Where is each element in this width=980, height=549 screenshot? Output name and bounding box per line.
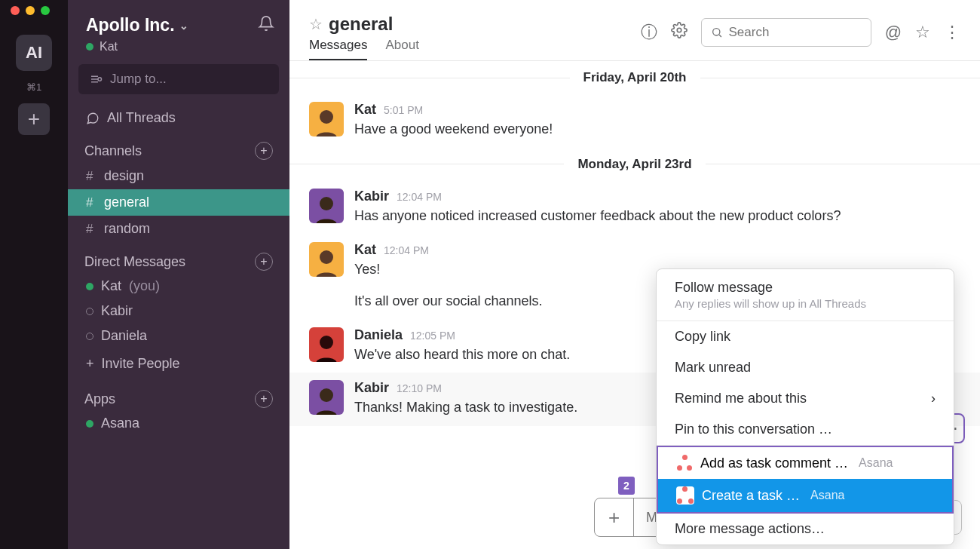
message-time: 5:01 PM xyxy=(384,104,423,116)
hash-icon: # xyxy=(86,169,96,184)
date-divider: Friday, April 20th xyxy=(289,70,980,85)
presence-online-icon xyxy=(86,420,93,428)
svg-point-9 xyxy=(320,250,333,264)
current-user-name: Kat xyxy=(100,40,118,54)
hash-icon: # xyxy=(86,195,96,210)
tab-about[interactable]: About xyxy=(385,38,418,60)
add-channel-button[interactable]: + xyxy=(255,142,273,160)
window-controls xyxy=(0,6,50,15)
menu-remind-me[interactable]: Remind me about this› xyxy=(657,383,954,414)
channel-general[interactable]: #general xyxy=(68,189,289,216)
sidebar: Apollo Inc. ⌄ Kat Jump to... All Threads… xyxy=(68,0,289,549)
add-app-button[interactable]: + xyxy=(255,390,273,408)
add-workspace-button[interactable]: + xyxy=(18,103,50,135)
menu-follow-message[interactable]: Follow message Any replies will show up … xyxy=(657,269,954,321)
message-row[interactable]: Kabir12:04 PM Has anyone noticed increas… xyxy=(289,181,980,235)
message-text: Have a good weekend everyone! xyxy=(354,119,960,140)
svg-point-3 xyxy=(98,78,102,81)
menu-copy-link[interactable]: Copy link xyxy=(657,321,954,352)
dm-daniela[interactable]: Daniela xyxy=(68,324,289,348)
message-time: 12:10 PM xyxy=(397,382,442,394)
menu-add-task-comment[interactable]: Add as task comment …Asana xyxy=(658,447,952,479)
composer-attach-button[interactable]: + xyxy=(595,498,634,536)
message-author[interactable]: Kabir xyxy=(354,380,389,396)
app-asana[interactable]: Asana xyxy=(68,411,289,436)
star-channel-icon[interactable]: ☆ xyxy=(915,23,930,42)
jump-to-label: Jump to... xyxy=(110,72,167,87)
workspace-rail: AI ⌘1 + xyxy=(0,0,68,549)
menu-mark-unread[interactable]: Mark unread xyxy=(657,352,954,383)
message-actions-menu: Follow message Any replies will show up … xyxy=(656,268,954,545)
svg-point-5 xyxy=(712,29,719,35)
svg-point-10 xyxy=(320,336,333,349)
hash-icon: # xyxy=(86,222,96,237)
all-threads-label: All Threads xyxy=(107,110,176,126)
workspace-shortcut-label: ⌘1 xyxy=(26,81,41,93)
avatar[interactable] xyxy=(309,242,344,277)
message-author[interactable]: Daniela xyxy=(354,327,403,343)
presence-online-icon xyxy=(86,283,93,290)
annotation-badge-2: 2 xyxy=(618,477,635,495)
plus-icon: + xyxy=(86,356,94,372)
message-time: 12:05 PM xyxy=(410,330,455,342)
dm-kabir[interactable]: Kabir xyxy=(68,299,289,324)
svg-point-8 xyxy=(320,197,333,210)
search-icon xyxy=(711,26,723,39)
channel-design[interactable]: #design xyxy=(68,163,289,189)
close-window-icon[interactable] xyxy=(11,6,20,15)
tab-messages[interactable]: Messages xyxy=(309,38,367,60)
message-row[interactable]: Kat5:01 PM Have a good weekend everyone! xyxy=(289,94,980,148)
info-icon[interactable]: ⓘ xyxy=(641,21,657,44)
svg-point-11 xyxy=(320,388,333,402)
search-input[interactable] xyxy=(701,18,871,47)
gear-icon[interactable] xyxy=(671,22,688,43)
avatar[interactable] xyxy=(309,102,344,136)
channel-random[interactable]: #random xyxy=(68,216,289,242)
channel-header: ☆ general Messages About ⓘ @ ☆ ⋮ xyxy=(289,0,980,60)
svg-point-4 xyxy=(677,28,681,32)
message-text: Has anyone noticed increased customer fe… xyxy=(354,206,960,227)
workspace-name: Apollo Inc. xyxy=(86,15,175,35)
invite-people-button[interactable]: +Invite People xyxy=(68,348,289,379)
message-author[interactable]: Kabir xyxy=(354,189,389,204)
message-author[interactable]: Kat xyxy=(354,242,376,258)
chevron-down-icon: ⌄ xyxy=(179,20,188,32)
presence-online-icon xyxy=(86,43,93,51)
dm-section-header[interactable]: Direct Messages xyxy=(84,254,185,270)
chevron-right-icon: › xyxy=(931,391,936,406)
menu-more-actions[interactable]: More message actions… xyxy=(657,514,954,544)
workspace-menu[interactable]: Apollo Inc. ⌄ xyxy=(86,15,188,35)
current-user-row[interactable]: Kat xyxy=(68,40,289,64)
channel-title: general xyxy=(329,14,393,35)
all-threads-link[interactable]: All Threads xyxy=(68,105,289,131)
dm-kat[interactable]: Kat (you) xyxy=(68,274,289,299)
menu-create-task[interactable]: Create a task …Asana xyxy=(658,479,952,512)
menu-pin-conversation[interactable]: Pin to this conversation … xyxy=(657,414,954,445)
presence-offline-icon xyxy=(86,333,93,340)
star-icon[interactable]: ☆ xyxy=(309,15,323,33)
channels-section-header[interactable]: Channels xyxy=(84,143,142,159)
date-divider: Monday, April 23rd xyxy=(289,157,980,172)
jump-to-input[interactable]: Jump to... xyxy=(78,64,279,94)
svg-line-6 xyxy=(719,35,721,37)
avatar[interactable] xyxy=(309,327,344,362)
message-time: 12:04 PM xyxy=(397,191,442,203)
notifications-button[interactable] xyxy=(258,15,274,35)
fullscreen-window-icon[interactable] xyxy=(41,6,50,15)
main-panel: ☆ general Messages About ⓘ @ ☆ ⋮ Friday,… xyxy=(289,0,980,549)
add-dm-button[interactable]: + xyxy=(255,253,273,271)
message-author[interactable]: Kat xyxy=(354,102,376,118)
message-time: 12:04 PM xyxy=(384,244,429,256)
asana-icon xyxy=(676,455,693,471)
search-field[interactable] xyxy=(729,25,862,40)
mentions-icon[interactable]: @ xyxy=(885,23,902,42)
svg-point-7 xyxy=(320,110,333,124)
minimize-window-icon[interactable] xyxy=(26,6,35,15)
avatar[interactable] xyxy=(309,380,344,415)
apps-section-header[interactable]: Apps xyxy=(84,391,115,407)
presence-offline-icon xyxy=(86,308,93,315)
avatar[interactable] xyxy=(309,189,344,223)
workspace-switcher[interactable]: AI xyxy=(16,35,52,71)
more-vert-icon[interactable]: ⋮ xyxy=(944,23,960,42)
asana-icon xyxy=(676,486,694,505)
